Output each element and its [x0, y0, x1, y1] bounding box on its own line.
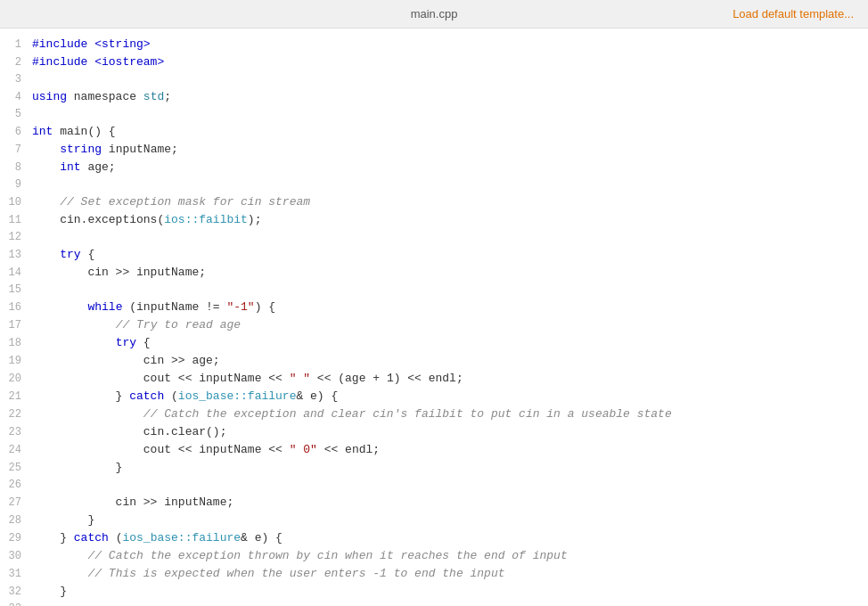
code-line: 4using namespace std; [0, 88, 868, 106]
line-content: cin.clear(); [32, 423, 868, 440]
code-line: 29 } catch (ios_base::failure& e) { [0, 529, 868, 547]
line-content: cout << inputName << " " << (age + 1) <<… [32, 370, 868, 387]
line-content: #include <string> [32, 36, 868, 53]
line-number: 20 [0, 371, 32, 388]
code-line: 8 int age; [0, 159, 868, 176]
line-content: int main() { [32, 123, 868, 140]
code-line: 7 string inputName; [0, 141, 868, 159]
top-bar: main.cpp Load default template... [0, 0, 868, 29]
line-number: 25 [0, 460, 32, 477]
line-number: 9 [0, 176, 32, 193]
line-content: // Catch the exception and clear cin's f… [32, 405, 868, 422]
line-number: 5 [0, 106, 32, 123]
line-number: 17 [0, 317, 32, 334]
code-line: 13 try { [0, 246, 868, 264]
line-number: 10 [0, 194, 32, 211]
line-number: 13 [0, 247, 32, 264]
line-number: 23 [0, 424, 32, 441]
line-number: 18 [0, 335, 32, 352]
line-content: } catch (ios_base::failure& e) { [32, 529, 868, 546]
line-number: 8 [0, 160, 32, 176]
line-number: 2 [0, 54, 32, 71]
code-line: 21 } catch (ios_base::failure& e) { [0, 388, 868, 405]
line-number: 30 [0, 548, 32, 565]
line-number: 22 [0, 406, 32, 423]
code-line: 14 cin >> inputName; [0, 264, 868, 282]
code-line: 3 [0, 71, 868, 88]
line-content: while (inputName != "-1") { [32, 299, 868, 315]
code-line: 22 // Catch the exception and clear cin'… [0, 405, 868, 423]
line-content: // Set exception mask for cin stream [32, 193, 868, 210]
line-number: 27 [0, 495, 32, 512]
line-number: 29 [0, 530, 32, 547]
line-content: cout << inputName << " 0" << endl; [32, 441, 868, 458]
line-number: 12 [0, 229, 32, 246]
code-line: 19 cin >> age; [0, 352, 868, 370]
line-number: 3 [0, 71, 32, 88]
line-number: 16 [0, 299, 32, 316]
line-number: 7 [0, 142, 32, 159]
code-line: 18 try { [0, 334, 868, 352]
line-number: 21 [0, 389, 32, 405]
code-line: 9 [0, 176, 868, 193]
line-number: 31 [0, 566, 32, 583]
line-number: 28 [0, 512, 32, 529]
line-content: } [32, 512, 868, 528]
code-line: 12 [0, 229, 868, 246]
code-line: 20 cout << inputName << " " << (age + 1)… [0, 370, 868, 388]
code-editor: 1#include <string>2#include <iostream>34… [0, 29, 868, 606]
line-number: 19 [0, 353, 32, 370]
code-line: 16 while (inputName != "-1") { [0, 299, 868, 316]
code-line: 27 cin >> inputName; [0, 494, 868, 512]
line-content: // Try to read age [32, 316, 868, 333]
line-number: 1 [0, 37, 32, 53]
code-line: 6int main() { [0, 123, 868, 141]
line-content: int age; [32, 159, 868, 176]
line-content: } [32, 459, 868, 476]
code-line: 23 cin.clear(); [0, 423, 868, 441]
code-line: 26 [0, 477, 868, 494]
line-content: // This is expected when the user enters… [32, 565, 868, 582]
line-number: 6 [0, 124, 32, 141]
line-content: // Catch the exception thrown by cin whe… [32, 547, 868, 564]
line-number: 11 [0, 212, 32, 229]
line-number: 26 [0, 477, 32, 494]
line-content: try { [32, 334, 868, 351]
code-line: 10 // Set exception mask for cin stream [0, 193, 868, 211]
code-line: 24 cout << inputName << " 0" << endl; [0, 441, 868, 459]
line-content: } [32, 583, 868, 600]
code-line: 15 [0, 282, 868, 299]
line-number: 24 [0, 442, 32, 459]
code-line: 17 // Try to read age [0, 316, 868, 334]
line-number: 4 [0, 89, 32, 106]
line-number: 14 [0, 265, 32, 282]
line-content: string inputName; [32, 141, 868, 158]
code-line: 2#include <iostream> [0, 53, 868, 71]
line-number: 32 [0, 584, 32, 601]
line-content: cin >> age; [32, 352, 868, 369]
line-content: cin.exceptions(ios::failbit); [32, 211, 868, 228]
file-title: main.cpp [411, 7, 458, 20]
line-content: cin >> inputName; [32, 264, 868, 281]
line-content: cin >> inputName; [32, 494, 868, 511]
code-line: 1#include <string> [0, 36, 868, 53]
line-number: 33 [0, 601, 32, 606]
code-line: 5 [0, 106, 868, 123]
load-template-button[interactable]: Load default template... [733, 7, 854, 20]
line-content: } catch (ios_base::failure& e) { [32, 388, 868, 405]
code-line: 30 // Catch the exception thrown by cin … [0, 547, 868, 565]
code-line: 31 // This is expected when the user ent… [0, 565, 868, 583]
line-number: 15 [0, 282, 32, 299]
line-content: #include <iostream> [32, 53, 868, 70]
line-content: using namespace std; [32, 88, 868, 105]
code-line: 28 } [0, 512, 868, 529]
code-line: 11 cin.exceptions(ios::failbit); [0, 211, 868, 229]
line-content: try { [32, 246, 868, 263]
code-line: 33 [0, 601, 868, 606]
code-line: 32 } [0, 583, 868, 601]
code-line: 25 } [0, 459, 868, 477]
